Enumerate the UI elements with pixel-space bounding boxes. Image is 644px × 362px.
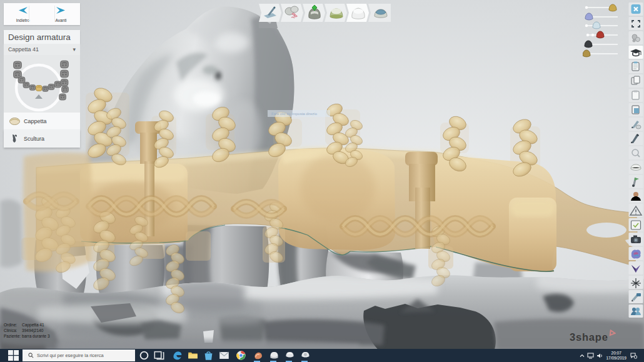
svg-text:Fare clic su Imposta direzio: Fare clic su Imposta direzio <box>271 112 318 116</box>
